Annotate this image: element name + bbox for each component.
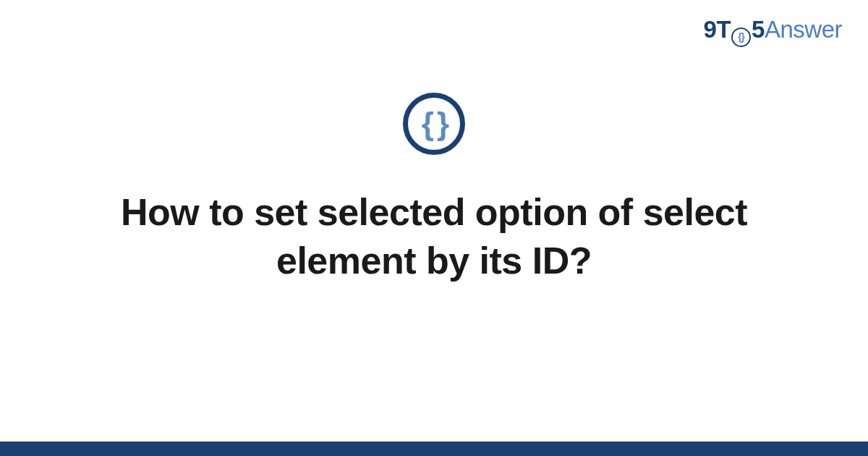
footer-accent-bar bbox=[0, 442, 868, 456]
question-title: How to set selected option of select ele… bbox=[87, 188, 781, 284]
logo-o-icon: {} bbox=[731, 28, 751, 47]
main-content: { } How to set selected option of select… bbox=[0, 93, 868, 284]
logo-text-5: 5 bbox=[752, 16, 765, 43]
logo-text-answer: Answer bbox=[765, 16, 842, 43]
braces-icon: {} bbox=[738, 32, 744, 42]
site-logo: 9T {} 5 Answer bbox=[704, 16, 842, 44]
logo-text-9t: 9T bbox=[704, 16, 731, 43]
logo-circle-icon: {} bbox=[731, 28, 751, 47]
topic-category-icon: { } bbox=[403, 93, 465, 155]
code-braces-icon: { } bbox=[422, 108, 446, 140]
